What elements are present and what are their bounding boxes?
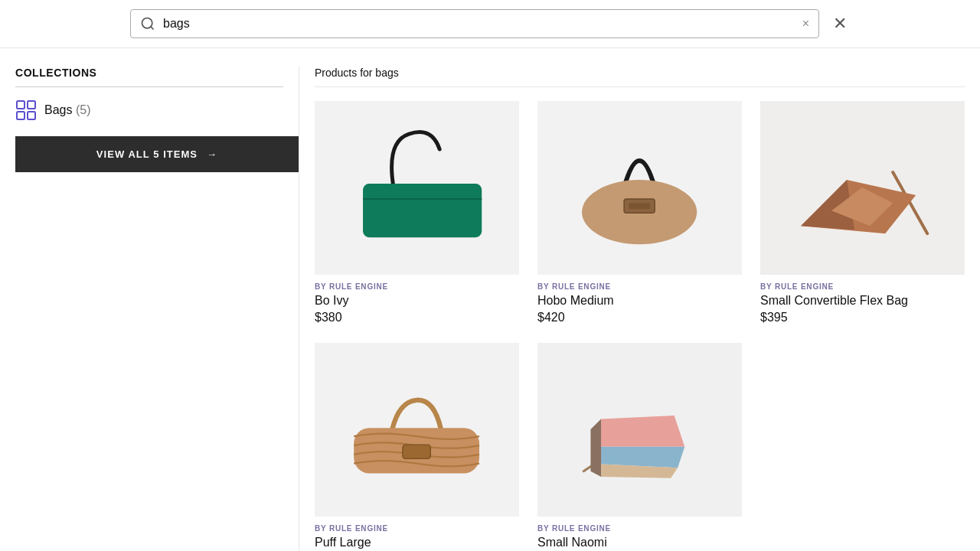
product-name-hobo: Hobo Medium <box>537 294 742 308</box>
main-layout: Collections Bags (5) VIEW ALL 5 ITEMS → … <box>0 48 980 551</box>
clear-search-button[interactable]: × <box>802 17 809 31</box>
svg-rect-5 <box>28 112 35 119</box>
svg-line-1 <box>151 27 154 30</box>
product-image-hobo-medium <box>537 101 742 275</box>
product-image-convertible <box>760 101 965 275</box>
product-image-naomi <box>537 343 742 517</box>
product-brand-naomi: BY RULE ENGINE <box>537 524 742 533</box>
search-bar-container: × ✕ <box>0 0 980 48</box>
search-bar-wrapper: × <box>130 9 819 38</box>
product-price-convertible: $395 <box>760 311 965 324</box>
product-price-bo-ivy: $380 <box>315 311 519 324</box>
svg-rect-16 <box>403 445 430 458</box>
svg-rect-3 <box>28 101 35 109</box>
svg-marker-21 <box>591 419 602 478</box>
product-name-bo-ivy: Bo Ivy <box>315 294 519 308</box>
collection-label: Bags (5) <box>44 103 90 117</box>
svg-point-0 <box>142 18 152 28</box>
product-image-puff <box>315 343 519 517</box>
sidebar: Collections Bags (5) VIEW ALL 5 ITEMS → <box>15 67 299 551</box>
bag-hobo-illustration <box>563 122 716 253</box>
product-image-bo-ivy <box>315 101 519 275</box>
products-section-title: Products for bags <box>315 67 965 87</box>
svg-marker-18 <box>601 416 684 447</box>
product-card-bo-ivy[interactable]: BY RULE ENGINE Bo Ivy $380 <box>315 101 519 324</box>
svg-rect-6 <box>363 184 482 237</box>
product-price-hobo: $420 <box>537 311 742 324</box>
product-brand-convertible: BY RULE ENGINE <box>760 282 965 291</box>
product-card-naomi[interactable]: BY RULE ENGINE Small Naomi $485 <box>537 343 742 551</box>
product-card-puff-large[interactable]: BY RULE ENGINE Puff Large $520 <box>315 343 519 551</box>
collection-item-bags[interactable]: Bags (5) <box>15 99 283 121</box>
bag-convertible-illustration <box>786 122 939 253</box>
grid-icon <box>15 99 37 121</box>
close-search-button[interactable]: ✕ <box>833 14 847 34</box>
products-section: Products for bags BY RULE ENGINE Bo Ivy <box>299 67 965 551</box>
product-brand-hobo: BY RULE ENGINE <box>537 282 742 291</box>
svg-marker-19 <box>601 447 684 468</box>
product-name-naomi: Small Naomi <box>537 536 742 549</box>
bag-naomi-illustration <box>563 364 716 494</box>
search-input[interactable] <box>163 17 795 31</box>
search-icon <box>140 16 155 31</box>
bag-bo-ivy-illustration <box>340 122 493 253</box>
view-all-button[interactable]: VIEW ALL 5 ITEMS → <box>15 136 299 172</box>
svg-rect-4 <box>17 112 24 119</box>
product-brand-bo-ivy: BY RULE ENGINE <box>315 282 519 291</box>
svg-rect-2 <box>17 101 24 109</box>
products-grid: BY RULE ENGINE Bo Ivy $380 <box>315 101 965 551</box>
product-brand-puff: BY RULE ENGINE <box>315 524 519 533</box>
product-card-hobo-medium[interactable]: BY RULE ENGINE Hobo Medium $420 <box>537 101 742 324</box>
svg-rect-10 <box>629 203 650 209</box>
bags-collection-icon <box>15 99 37 121</box>
product-name-puff: Puff Large <box>315 536 519 549</box>
product-card-convertible[interactable]: BY RULE ENGINE Small Convertible Flex Ba… <box>760 101 965 324</box>
bag-puff-illustration <box>340 364 493 494</box>
product-name-convertible: Small Convertible Flex Bag <box>760 294 965 308</box>
collections-title: Collections <box>15 67 283 87</box>
